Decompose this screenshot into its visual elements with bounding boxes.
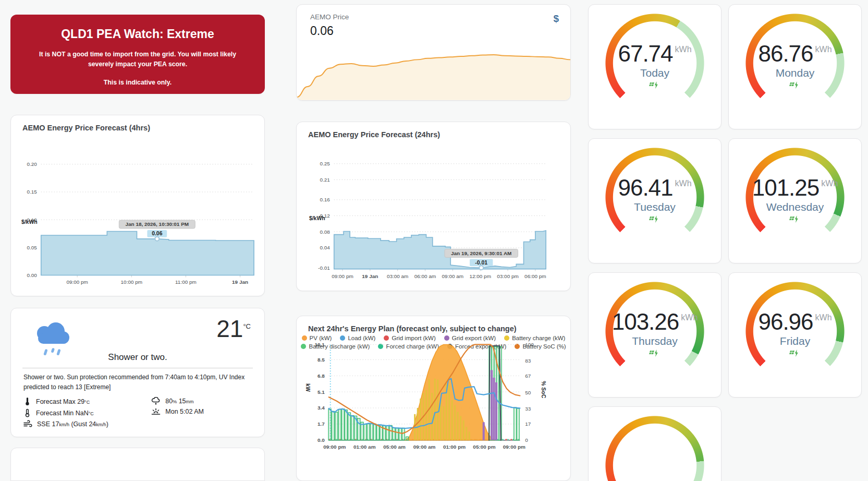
pea-alert-card: QLD1 PEA Watch: Extreme It is NOT a good… [10, 15, 265, 94]
svg-text:19 Jan: 19 Jan [232, 279, 248, 285]
weather-attributes: Forecast Max 29°CForecast Min NaN°CSSE 1… [11, 392, 264, 428]
svg-text:09:00 pm: 09:00 pm [332, 273, 353, 279]
gauge-value: 86.76kWh [758, 42, 832, 65]
forecast-4hr-chart[interactable]: 0.200.150.100.050.0009:00 pm10:00 pm11:0… [11, 137, 264, 294]
weather-attribute: Forecast Min NaN°C [23, 408, 151, 417]
weather-attribute-text: Forecast Min NaN°C [36, 410, 94, 417]
svg-text:-0.01: -0.01 [475, 260, 487, 266]
svg-text:09:00 pm: 09:00 pm [66, 279, 88, 285]
svg-text:6.8: 6.8 [317, 373, 325, 379]
weather-attribute: Forecast Max 29°C [23, 397, 151, 406]
svg-text:33: 33 [525, 406, 531, 412]
gauge-day-label: Thursday [632, 335, 678, 347]
svg-text:0.15: 0.15 [27, 189, 37, 195]
gauge-value: 96.41kWh [618, 176, 691, 199]
gauge-card-monday[interactable]: 86.76kWhMonday [728, 4, 862, 129]
gauge-day-label: Wednesday [766, 201, 824, 213]
aemo-price-card[interactable]: AEMO Price 0.06 $ [296, 4, 571, 101]
forecast-24hr-title: AEMO Energy Price Forecast (24hrs) [297, 122, 570, 139]
sunrise-icon [151, 408, 161, 415]
energy-gauge: 96.41kWhTuesday [605, 147, 705, 247]
solar-flash-icon [789, 215, 801, 223]
svg-text:12:00 pm: 12:00 pm [469, 273, 491, 279]
svg-text:0.16: 0.16 [320, 197, 330, 202]
forecast-4hr-title: AEMO Energy Price Forecast (4hrs) [11, 115, 264, 132]
rain-cloud-icon [29, 320, 77, 359]
aemo-price-value: 0.06 [297, 21, 570, 38]
solar-flash-icon [649, 81, 661, 89]
svg-text:50: 50 [525, 390, 531, 395]
svg-text:-0.01: -0.01 [318, 265, 330, 271]
svg-text:06:00 pm: 06:00 pm [524, 273, 546, 279]
energy-gauge: 86.76kWhMonday [745, 13, 845, 113]
gauge-value: 96.96kWh [758, 310, 832, 333]
weather-attribute: SSE 17km/h (Gust 24km/h) [23, 420, 151, 428]
svg-text:03:00 pm: 03:00 pm [497, 273, 519, 279]
aemo-price-title: AEMO Price [297, 5, 570, 21]
thermometer-outline-icon [23, 408, 31, 417]
forecast-24hr-chart[interactable]: 0.250.210.160.120.080.04-0.0109:00 pm19 … [297, 143, 570, 289]
thermometer-icon [23, 397, 31, 406]
svg-text:09:00 am: 09:00 am [442, 273, 464, 279]
svg-text:0.06: 0.06 [152, 231, 163, 236]
alert-note: This is indicative only. [26, 79, 249, 86]
svg-text:3.4: 3.4 [317, 405, 325, 411]
gauge-arc [605, 415, 705, 481]
svg-text:01:00 am: 01:00 am [353, 444, 376, 450]
currency-usd-icon: $ [553, 13, 559, 25]
energy-gauge: 67.74kWhToday [605, 13, 705, 113]
gauge-day-label: Monday [776, 67, 815, 79]
solar-flash-icon [789, 81, 801, 89]
wind-icon [23, 420, 32, 428]
forecast-4hr-card: AEMO Energy Price Forecast (4hrs) 0.200.… [10, 115, 265, 296]
svg-text:5.1: 5.1 [317, 389, 325, 395]
svg-text:0.0: 0.0 [317, 437, 325, 443]
energy-plan-chart[interactable]: 10.18.56.85.13.41.70.01008367503317009:0… [297, 336, 570, 461]
gauge-card-friday[interactable]: 96.96kWhFriday [728, 272, 862, 398]
gauge-card-thursday[interactable]: 103.26kWhThursday [588, 272, 722, 398]
current-temperature: 21°C [216, 315, 251, 343]
gauge-card-tuesday[interactable]: 96.41kWhTuesday [588, 138, 722, 263]
partial-card [10, 448, 265, 481]
dashboard: QLD1 PEA Watch: Extreme It is NOT a good… [0, 0, 868, 481]
svg-text:01:00 pm: 01:00 pm [443, 444, 466, 450]
svg-text:Jan 19, 2026, 9:30:01 AM: Jan 19, 2026, 9:30:01 AM [451, 250, 511, 256]
weather-attribute: 80% 15mm [151, 397, 204, 405]
svg-text:10.1: 10.1 [314, 342, 325, 347]
gauge-value: 103.26kWh [612, 310, 698, 333]
svg-text:03:00 am: 03:00 am [387, 273, 409, 279]
svg-text:17: 17 [525, 421, 531, 427]
solar-flash-icon [789, 349, 801, 357]
svg-text:0.25: 0.25 [320, 161, 330, 166]
svg-text:1.7: 1.7 [317, 421, 325, 427]
solar-flash-icon [649, 215, 661, 223]
energy-gauge: 96.96kWhFriday [745, 281, 845, 381]
svg-text:10:00 pm: 10:00 pm [121, 279, 142, 285]
svg-text:$/kWh: $/kWh [309, 215, 325, 221]
svg-text:kW: kW [305, 383, 311, 392]
gauge-day-label: Tuesday [634, 201, 676, 213]
weather-attribute-text: 80% 15mm [165, 398, 193, 405]
weather-card[interactable]: 21°C Shower or two. Shower or two. Sun p… [10, 308, 265, 437]
svg-text:% SoC: % SoC [541, 381, 546, 399]
energy-gauge: 101.25kWhWednesday [745, 147, 845, 247]
energy-gauge [605, 415, 705, 481]
gauge-card-today[interactable]: 67.74kWhToday [588, 4, 722, 129]
svg-text:11:00 pm: 11:00 pm [175, 279, 197, 285]
gauge-day-label: Friday [780, 335, 810, 347]
gauge-card-partial[interactable] [588, 406, 722, 481]
svg-text:67: 67 [525, 373, 531, 379]
svg-text:0.04: 0.04 [320, 245, 330, 250]
svg-text:83: 83 [525, 358, 531, 364]
aemo-price-sparkline [297, 48, 570, 100]
energy-plan-title: Next 24hr's Energy Plan (forecast only, … [297, 316, 570, 333]
svg-text:0: 0 [525, 437, 528, 443]
energy-plan-card: Next 24hr's Energy Plan (forecast only, … [296, 316, 571, 481]
svg-text:0.05: 0.05 [27, 245, 37, 250]
gauge-card-wednesday[interactable]: 101.25kWhWednesday [728, 138, 862, 263]
svg-text:09:00 am: 09:00 am [413, 444, 436, 450]
svg-text:$/kWh: $/kWh [21, 219, 38, 225]
solar-flash-icon [649, 349, 661, 357]
weather-attribute-text: Forecast Max 29°C [36, 398, 90, 405]
svg-text:19 Jan: 19 Jan [362, 273, 378, 279]
